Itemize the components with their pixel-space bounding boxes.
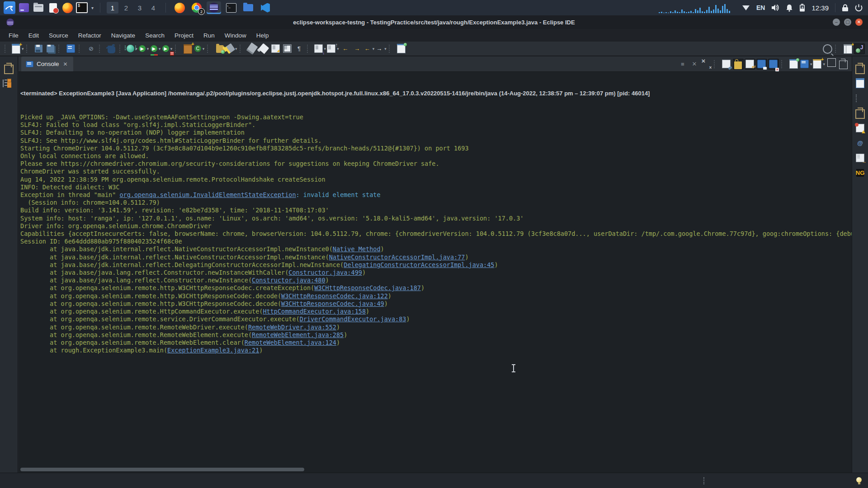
forward-to-editor-button[interactable]: → <box>352 43 363 54</box>
skip-all-breakpoints-button[interactable]: ⊘ <box>86 43 97 54</box>
stack-trace-link[interactable]: org.openqa.selenium.InvalidElementStateE… <box>119 191 296 198</box>
show-console-on-stderr-button[interactable] <box>768 59 779 70</box>
stack-trace-link[interactable]: RemoteWebElement.java:285 <box>252 331 344 338</box>
menu-help[interactable]: Help <box>251 30 274 41</box>
stack-trace-link[interactable]: NativeConstructorAccessorImpl.java:77 <box>329 253 465 261</box>
menu-run[interactable]: Run <box>198 30 220 41</box>
open-console-button[interactable]: ▾ <box>813 59 825 70</box>
save-all-button[interactable] <box>45 43 56 54</box>
power-icon[interactable] <box>855 4 863 12</box>
editor-area-button[interactable] <box>855 78 866 89</box>
firefox-launcher[interactable] <box>61 2 73 14</box>
menu-navigate[interactable]: Navigate <box>106 30 140 41</box>
workspace-1[interactable]: 1 <box>107 2 118 14</box>
battery-icon[interactable] <box>799 4 805 12</box>
stack-trace-link[interactable]: W3CHttpResponseCodec.java:187 <box>314 284 421 291</box>
minimize-button[interactable]: – <box>833 19 840 26</box>
app-chrome[interactable]: 2 <box>189 1 204 14</box>
stack-trace-link[interactable]: RemoteWebDriver.java:552 <box>248 324 336 331</box>
clear-console-button[interactable] <box>721 59 732 70</box>
pin-editor-button[interactable] <box>396 43 407 54</box>
last-edit-location-button[interactable]: ▾ <box>314 43 326 54</box>
close-button[interactable]: ✕ <box>855 19 863 26</box>
previous-edit-location-button[interactable]: ▾ <box>327 43 339 54</box>
workspace-2[interactable]: 2 <box>120 2 132 14</box>
toggle-mark-occurrences-button[interactable] <box>247 43 258 54</box>
clock[interactable]: 12:39 <box>811 4 829 12</box>
workspace-3[interactable]: 3 <box>134 2 146 14</box>
javadoc-view-button[interactable]: @ <box>855 137 866 148</box>
debug-button[interactable]: ▾ <box>127 43 138 54</box>
terminal-launcher[interactable] <box>76 2 88 14</box>
menu-project[interactable]: Project <box>170 30 198 41</box>
scrollbar-thumb[interactable] <box>20 468 304 471</box>
workspace-4[interactable]: 4 <box>147 2 159 14</box>
restore-view-button[interactable] <box>4 63 14 74</box>
profile-button[interactable]: ▶▾ <box>162 43 173 54</box>
java-perspective-button[interactable] <box>854 43 865 54</box>
app-firefox[interactable] <box>172 1 187 14</box>
terminate-button[interactable]: ■ <box>677 59 688 70</box>
declaration-view-button[interactable] <box>855 152 866 163</box>
folder-launcher[interactable] <box>33 2 44 14</box>
stack-trace-link[interactable]: DriverCommandExecutor.java:83 <box>300 315 406 323</box>
remove-launch-button[interactable]: ✕ <box>689 59 700 70</box>
close-icon[interactable]: ✕ <box>63 61 68 67</box>
next-annotation-button[interactable] <box>270 43 281 54</box>
format-button[interactable] <box>259 43 269 54</box>
show-console-on-stdout-button[interactable] <box>756 59 767 70</box>
tab-console[interactable]: Console ✕ <box>21 56 73 71</box>
show-whitespace-button[interactable]: ¶ <box>294 43 305 54</box>
back-to-editor-button[interactable]: ← <box>340 43 351 54</box>
menu-window[interactable]: Window <box>220 30 251 41</box>
stack-trace-link[interactable]: HttpCommandExecutor.java:158 <box>263 308 366 315</box>
forward-button[interactable]: →▾ <box>375 43 387 54</box>
coverage-button[interactable]: ▶▾ <box>150 43 161 54</box>
network-activity-graph[interactable] <box>659 2 736 14</box>
keyboard-layout[interactable]: EN <box>756 4 765 11</box>
search-button[interactable]: ▾ <box>226 43 237 54</box>
stack-trace-link[interactable]: W3CHttpResponseCodec.java:122 <box>281 292 388 300</box>
new-java-class-button[interactable]: C▾ <box>194 43 205 54</box>
minimize-view-button[interactable] <box>826 59 837 70</box>
window-titlebar[interactable]: eclipse-workspace-testng - TestingPracti… <box>0 15 868 29</box>
wifi-icon[interactable] <box>742 5 750 11</box>
new-java-package-button[interactable] <box>182 43 193 54</box>
word-wrap-button[interactable] <box>745 59 755 70</box>
kali-menu-button[interactable] <box>4 2 15 14</box>
console-output[interactable]: <terminated> ExceptionExample3 [Java App… <box>19 72 852 473</box>
pin-console-button[interactable] <box>788 59 799 70</box>
lock-icon[interactable] <box>842 4 849 12</box>
restore-view-button[interactable] <box>855 63 866 74</box>
menu-edit[interactable]: Edit <box>24 30 44 41</box>
testng-view-button[interactable]: NG <box>855 167 866 178</box>
restore-views-button[interactable] <box>855 108 866 118</box>
display-selected-console-button[interactable]: ▾ <box>800 59 812 70</box>
notification-lightbulb-icon[interactable] <box>856 477 862 483</box>
previous-annotation-button[interactable] <box>282 43 293 54</box>
notifications-bell-icon[interactable] <box>786 4 793 12</box>
scroll-lock-button[interactable] <box>733 59 744 70</box>
stack-trace-link[interactable]: Native Method <box>333 245 381 253</box>
stack-trace-link[interactable]: W3CHttpResponseCodec.java:49 <box>281 300 384 307</box>
menu-source[interactable]: Source <box>44 30 73 41</box>
maximize-view-button[interactable] <box>838 59 849 70</box>
file-manager-launcher[interactable] <box>18 2 30 14</box>
app-vscode[interactable] <box>258 1 273 14</box>
volume-icon[interactable] <box>771 4 779 11</box>
menu-refactor[interactable]: Refactor <box>73 30 106 41</box>
stack-trace-link[interactable]: Constructor.java:499 <box>288 269 362 276</box>
run-button[interactable]: ▶▾ <box>138 43 149 54</box>
maximize-button[interactable]: ▢ <box>844 19 851 26</box>
menu-search[interactable]: Search <box>140 30 170 41</box>
app-eclipse[interactable] <box>207 1 221 14</box>
new-wizard-button[interactable]: ▾ <box>12 43 24 54</box>
app-terminal[interactable] <box>224 1 238 14</box>
stack-trace-link[interactable]: RemoteWebElement.java:124 <box>245 339 336 346</box>
external-tools-button[interactable] <box>106 43 117 54</box>
text-editor-launcher[interactable] <box>47 2 59 14</box>
back-button[interactable]: ←▾ <box>363 43 375 54</box>
remove-all-terminated-button[interactable] <box>701 59 712 70</box>
package-explorer-view-button[interactable] <box>4 78 14 89</box>
problems-view-button[interactable] <box>855 122 866 133</box>
